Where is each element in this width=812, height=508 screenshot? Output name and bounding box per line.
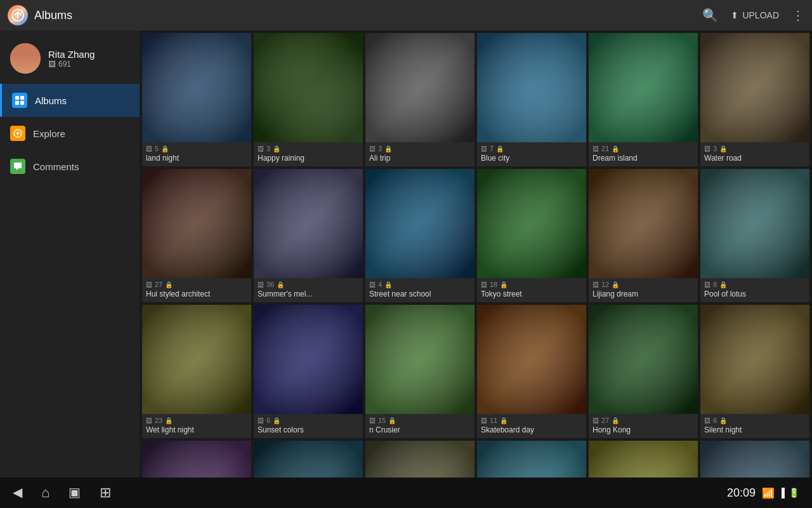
album-item[interactable]: 🖼18🔒Tokyo street [477, 169, 586, 302]
album-count: 23 [155, 417, 162, 424]
album-item[interactable]: 🖼6🔒Rita's Friday [365, 441, 475, 478]
album-count: 5 [155, 145, 159, 152]
photo-count-icon: 🖼 [704, 281, 710, 288]
album-name: Sunset colors [258, 425, 359, 434]
album-meta: 🖼18🔒 [481, 281, 582, 288]
album-count: 27 [155, 281, 162, 288]
album-item[interactable]: 🖼8🔒Pool of lotus [700, 169, 809, 302]
album-count: 3 [378, 145, 382, 152]
album-meta: 🖼23🔒 [146, 417, 247, 424]
upload-icon: ⬆ [731, 10, 738, 20]
main-layout: Rita Zhang 🖼 691 Albums [0, 30, 812, 478]
svg-rect-15 [477, 169, 586, 278]
album-item[interactable]: 🖼18🔒Hunan Fenghuang [142, 441, 251, 478]
user-profile: Rita Zhang 🖼 691 [0, 36, 140, 84]
svg-rect-19 [254, 305, 363, 414]
lock-icon: 🔒 [612, 145, 619, 152]
album-meta: 🖼3🔒 [369, 145, 471, 152]
photo-count-icon: 🖼 [146, 417, 152, 424]
album-item[interactable]: 🖼12🔒Lijiang dream [589, 169, 698, 302]
sidebar-comments-label: Comments [33, 161, 79, 172]
album-item[interactable]: 🖼36🔒Summer's mel... [254, 169, 363, 302]
album-item[interactable]: 🖼4🔒Street near school [365, 169, 475, 302]
album-count: 7 [490, 145, 494, 152]
photo-icon: 🖼 [48, 60, 56, 69]
svg-rect-22 [589, 305, 698, 414]
top-bar-left: Albums [8, 5, 72, 25]
lock-icon: 🔒 [500, 417, 508, 424]
album-meta: 🖼27🔒 [593, 417, 694, 424]
lock-icon: 🔒 [719, 145, 727, 152]
album-item[interactable]: 🖼15🔒n Crusier [365, 305, 475, 438]
svg-rect-3 [15, 101, 19, 105]
album-item[interactable]: 🖼3🔒Happy raining [254, 33, 363, 166]
lock-icon: 🔒 [277, 281, 284, 288]
album-item[interactable]: 🖼3🔒Water road [700, 33, 809, 166]
album-name: Pool of lotus [704, 290, 806, 298]
album-item[interactable]: 🖼3🔒Ali trip [365, 33, 475, 166]
album-item[interactable]: 🖼11🔒Skateboard day [477, 305, 586, 438]
svg-rect-27 [477, 441, 586, 478]
recents-button[interactable]: ▣ [69, 485, 81, 501]
photo-count-icon: 🖼 [146, 281, 152, 288]
album-meta: 🖼12🔒 [593, 281, 694, 288]
top-bar: Albums 🔍 ⬆ UPLOAD ⋮ [0, 0, 812, 30]
user-photo-count: 🖼 691 [48, 60, 95, 69]
signal-area: 📶 ▐ 🔋 [762, 487, 799, 499]
album-item[interactable]: 🖼6🔒Silent night [700, 305, 809, 438]
sidebar-item-explore[interactable]: Explore [0, 117, 140, 150]
album-meta: 🖼8🔒 [704, 281, 806, 288]
album-name: Wet light night [146, 425, 247, 434]
album-meta: 🖼6🔒 [704, 417, 806, 424]
album-item[interactable]: 🖼27🔒Hong Kong [589, 305, 698, 438]
album-item[interactable]: 🖼23🔒Wet light night [142, 305, 251, 438]
sidebar-item-comments[interactable]: Comments [0, 150, 140, 183]
album-item[interactable]: 🖼6🔒Sunset colors [254, 305, 363, 438]
album-item[interactable]: 🖼7🔒Blue city [477, 33, 586, 166]
album-meta: 🖼3🔒 [258, 145, 359, 152]
album-item[interactable]: 🖼8🔒Album 22 [477, 441, 586, 478]
album-item[interactable]: 🖼5🔒land night [142, 33, 251, 166]
grid-button[interactable]: ⊞ [100, 485, 111, 501]
album-meta: 🖼6🔒 [258, 417, 359, 424]
photo-count-icon: 🖼 [258, 281, 264, 288]
album-item[interactable]: 🖼27🔒Hui styled architect [142, 169, 251, 302]
back-button[interactable]: ◀ [13, 485, 22, 501]
lock-icon: 🔒 [273, 417, 280, 424]
album-item[interactable]: 🖼12🔒Album 24 [700, 441, 809, 478]
svg-rect-1 [15, 96, 19, 100]
content-area: 🖼5🔒land night 🖼3🔒Happy raining 🖼3🔒Ali tr… [140, 30, 812, 478]
bottom-bar: ◀ ⌂ ▣ ⊞ 20:09 📶 ▐ 🔋 [0, 478, 812, 508]
album-name: Happy raining [258, 154, 359, 163]
svg-rect-4 [20, 101, 24, 105]
album-item[interactable]: 🖼4🔒Dark hill [254, 441, 363, 478]
sidebar-item-albums[interactable]: Albums [0, 84, 140, 117]
album-meta: 🖼11🔒 [481, 417, 582, 424]
album-name: Ali trip [369, 154, 471, 163]
more-options-icon[interactable]: ⋮ [792, 8, 804, 23]
album-meta: 🖼7🔒 [481, 145, 582, 152]
svg-rect-23 [700, 305, 809, 414]
search-icon[interactable]: 🔍 [702, 8, 718, 23]
upload-button[interactable]: ⬆ UPLOAD [731, 10, 779, 20]
sidebar-explore-label: Explore [33, 128, 65, 139]
album-count: 4 [378, 281, 382, 288]
album-item[interactable]: 🖼5🔒Album 23 [589, 441, 698, 478]
album-meta: 🖼27🔒 [146, 281, 247, 288]
album-count: 3 [266, 145, 270, 152]
status-area: 20:09 📶 ▐ 🔋 [727, 486, 799, 500]
lock-icon: 🔒 [165, 417, 173, 424]
svg-rect-29 [700, 441, 809, 478]
album-count: 6 [713, 417, 717, 424]
photo-count-icon: 🖼 [481, 417, 487, 424]
svg-rect-17 [700, 169, 809, 278]
album-item[interactable]: 🖼21🔒Dream island [589, 33, 698, 166]
svg-rect-16 [589, 169, 698, 278]
lock-icon: 🔒 [384, 281, 392, 288]
user-name: Rita Zhang [48, 49, 95, 60]
albums-grid: 🖼5🔒land night 🖼3🔒Happy raining 🖼3🔒Ali tr… [142, 33, 809, 478]
album-count: 27 [601, 417, 609, 424]
album-name: Lijiang dream [593, 290, 694, 298]
home-button[interactable]: ⌂ [41, 485, 49, 501]
album-name: land night [146, 154, 247, 163]
